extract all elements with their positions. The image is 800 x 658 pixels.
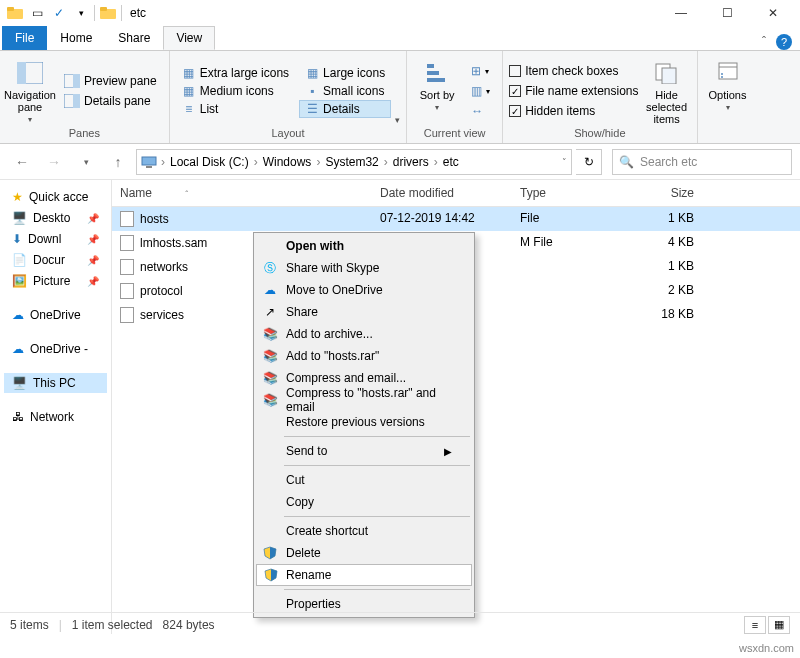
- ctx-restore[interactable]: Restore previous versions: [256, 411, 472, 433]
- address-bar: ← → ▾ ↑ › Local Disk (C:)› Windows› Syst…: [0, 144, 800, 180]
- chevron-right-icon[interactable]: ›: [432, 155, 440, 169]
- file-row[interactable]: hosts 07-12-2019 14:42 File 1 KB: [112, 207, 800, 231]
- ctx-add-archive[interactable]: 📚Add to archive...: [256, 323, 472, 345]
- help-icon[interactable]: ?: [776, 34, 792, 50]
- view-details-toggle[interactable]: ≡: [744, 616, 766, 634]
- crumb-2[interactable]: System32: [322, 155, 381, 169]
- ctx-share[interactable]: ↗Share: [256, 301, 472, 323]
- navigation-pane-label: Navigation pane: [4, 89, 56, 113]
- ctx-add-rar[interactable]: 📚Add to "hosts.rar": [256, 345, 472, 367]
- chevron-right-icon[interactable]: ›: [159, 155, 167, 169]
- view-thumbnails-toggle[interactable]: ▦: [768, 616, 790, 634]
- ctx-share-skype[interactable]: ⓈShare with Skype: [256, 257, 472, 279]
- navigation-pane-button[interactable]: Navigation pane ▾: [6, 55, 54, 127]
- sidebar-documents[interactable]: 📄Docur📌: [4, 250, 107, 270]
- breadcrumb[interactable]: › Local Disk (C:)› Windows› System32› dr…: [136, 149, 572, 175]
- sidebar-network[interactable]: 🖧Network: [4, 407, 107, 427]
- ctx-delete[interactable]: Delete: [256, 542, 472, 564]
- ctx-compress-rar-email[interactable]: 📚Compress to "hosts.rar" and email: [256, 389, 472, 411]
- back-button[interactable]: ←: [8, 148, 36, 176]
- hide-selected-button[interactable]: Hide selected items: [643, 55, 691, 127]
- chevron-right-icon[interactable]: ›: [252, 155, 260, 169]
- crumb-1[interactable]: Windows: [260, 155, 315, 169]
- svg-rect-1: [7, 7, 14, 11]
- chevron-right-icon[interactable]: ›: [382, 155, 390, 169]
- ctx-move-onedrive[interactable]: ☁Move to OneDrive: [256, 279, 472, 301]
- svg-rect-12: [427, 78, 445, 82]
- cloud-icon: ☁: [262, 282, 278, 298]
- maximize-button[interactable]: ☐: [704, 0, 750, 26]
- sidebar-onedrive[interactable]: ☁OneDrive: [4, 305, 107, 325]
- minimize-button[interactable]: —: [658, 0, 704, 26]
- tab-file[interactable]: File: [2, 26, 47, 50]
- ctx-open-with[interactable]: Open with: [256, 235, 472, 257]
- hide-selected-icon: [653, 59, 681, 87]
- options-icon: [714, 59, 742, 87]
- sort-by-button[interactable]: Sort by ▾: [413, 55, 461, 127]
- recent-button[interactable]: ▾: [72, 148, 100, 176]
- tab-home[interactable]: Home: [47, 26, 105, 50]
- qat-properties[interactable]: ▭: [26, 2, 48, 24]
- crumb-0[interactable]: Local Disk (C:): [167, 155, 252, 169]
- cloud-icon: ☁: [12, 308, 24, 322]
- layout-large[interactable]: ▦Large icons: [299, 64, 391, 82]
- col-type[interactable]: Type: [512, 180, 622, 206]
- col-date[interactable]: Date modified: [372, 180, 512, 206]
- ctx-create-shortcut[interactable]: Create shortcut: [256, 520, 472, 542]
- ribbon-collapse-icon[interactable]: ˆ: [762, 35, 766, 49]
- ctx-send-to[interactable]: Send to▶: [256, 440, 472, 462]
- add-columns-button[interactable]: ▥▾: [465, 82, 496, 100]
- layout-more-icon[interactable]: ▾: [395, 115, 400, 125]
- details-pane-button[interactable]: Details pane: [58, 92, 163, 110]
- address-dropdown[interactable]: ˅: [562, 157, 567, 167]
- group-label-showhide: Show/hide: [509, 127, 690, 141]
- up-button[interactable]: ↑: [104, 148, 132, 176]
- file-name-extensions-checkbox[interactable]: ✓File name extensions: [509, 84, 638, 98]
- ctx-copy[interactable]: Copy: [256, 491, 472, 513]
- forward-button[interactable]: →: [40, 148, 68, 176]
- crumb-4[interactable]: etc: [440, 155, 462, 169]
- search-input[interactable]: 🔍 Search etc: [612, 149, 792, 175]
- col-name[interactable]: Name ˆ: [112, 180, 372, 206]
- col-size[interactable]: Size: [622, 180, 702, 206]
- watermark: wsxdn.com: [739, 642, 794, 654]
- options-button[interactable]: Options ▾: [704, 55, 752, 127]
- layout-list[interactable]: ≡List: [176, 100, 295, 118]
- chevron-right-icon[interactable]: ›: [314, 155, 322, 169]
- ribbon: Navigation pane ▾ Preview pane Details p…: [0, 50, 800, 144]
- details-pane-icon: [64, 94, 80, 108]
- tab-view[interactable]: View: [163, 26, 215, 50]
- tab-share[interactable]: Share: [105, 26, 163, 50]
- refresh-button[interactable]: ↻: [576, 149, 602, 175]
- preview-pane-icon: [64, 74, 80, 88]
- pin-icon: 📌: [87, 276, 99, 287]
- layout-extra-large[interactable]: ▦Extra large icons: [176, 64, 295, 82]
- group-by-button[interactable]: ⊞▾: [465, 62, 496, 80]
- preview-pane-button[interactable]: Preview pane: [58, 72, 163, 90]
- sidebar-downloads[interactable]: ⬇Downl📌: [4, 229, 107, 249]
- layout-details[interactable]: ☰Details: [299, 100, 391, 118]
- size-columns-button[interactable]: ↔: [465, 102, 496, 120]
- shield-icon: [262, 545, 278, 561]
- ribbon-tabs: File Home Share View ˆ ?: [0, 26, 800, 50]
- search-icon: 🔍: [619, 155, 634, 169]
- layout-medium[interactable]: ▦Medium icons: [176, 82, 295, 100]
- crumb-3[interactable]: drivers: [390, 155, 432, 169]
- group-label-currentview: Current view: [413, 127, 496, 141]
- qat-check[interactable]: ✓: [48, 2, 70, 24]
- sidebar-pictures[interactable]: 🖼️Picture📌: [4, 271, 107, 291]
- sidebar-this-pc[interactable]: 🖥️This PC: [4, 373, 107, 393]
- file-icon: [120, 211, 134, 227]
- ctx-rename[interactable]: Rename: [256, 564, 472, 586]
- sidebar: ★Quick acce 🖥️Deskto📌 ⬇Downl📌 📄Docur📌 🖼️…: [0, 180, 112, 634]
- qat-overflow[interactable]: ▾: [70, 2, 92, 24]
- hidden-items-checkbox[interactable]: ✓Hidden items: [509, 104, 638, 118]
- svg-rect-3: [100, 7, 107, 11]
- item-check-boxes-checkbox[interactable]: Item check boxes: [509, 64, 638, 78]
- layout-small[interactable]: ▪Small icons: [299, 82, 391, 100]
- sidebar-desktop[interactable]: 🖥️Deskto📌: [4, 208, 107, 228]
- ctx-cut[interactable]: Cut: [256, 469, 472, 491]
- sidebar-onedrive-2[interactable]: ☁OneDrive -: [4, 339, 107, 359]
- close-button[interactable]: ✕: [750, 0, 796, 26]
- sidebar-quick-access[interactable]: ★Quick acce: [4, 187, 107, 207]
